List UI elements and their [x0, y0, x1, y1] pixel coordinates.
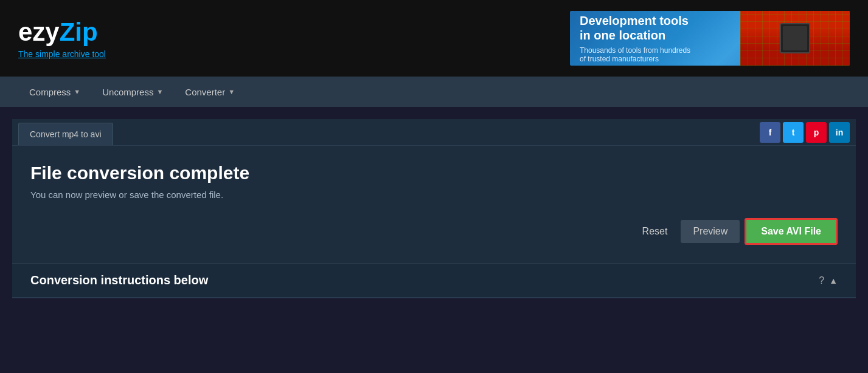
reset-button[interactable]: Reset [634, 221, 676, 242]
bottom-divider [12, 297, 856, 298]
tab-bar: Convert mp4 to avi f t p in [12, 119, 856, 146]
ad-image [740, 11, 850, 66]
instructions-bar: Conversion instructions below ? ▲ [12, 263, 856, 297]
save-avi-button[interactable]: Save AVI File [745, 218, 838, 245]
facebook-button[interactable]: f [760, 122, 780, 143]
ad-text: Development toolsin one location Thousan… [570, 11, 740, 66]
logo-zip: Zip [60, 18, 98, 46]
navigation: Compress ▼ Uncompress ▼ Converter ▼ [0, 77, 868, 107]
tagline-post: archive tool [60, 49, 105, 59]
chevron-up-icon[interactable]: ▲ [829, 276, 838, 286]
chip-icon [780, 23, 810, 53]
tagline-simple: simple [35, 49, 60, 59]
pinterest-button[interactable]: p [806, 122, 827, 143]
social-icons: f t p in [760, 122, 850, 143]
tab-label: Convert mp4 to avi [30, 129, 102, 139]
conversion-title: File conversion complete [30, 163, 838, 183]
nav-converter[interactable]: Converter ▼ [174, 78, 246, 106]
nav-compress-label: Compress [29, 87, 71, 97]
main-content: Convert mp4 to avi f t p in File convers… [12, 119, 856, 297]
facebook-icon: f [769, 128, 772, 137]
conversion-subtitle: You can now preview or save the converte… [30, 190, 838, 200]
nav-uncompress[interactable]: Uncompress ▼ [91, 78, 174, 106]
nav-compress[interactable]: Compress ▼ [18, 78, 91, 106]
converter-arrow-icon: ▼ [228, 88, 235, 95]
instructions-controls: ? ▲ [819, 275, 838, 286]
twitter-button[interactable]: t [783, 122, 804, 143]
nav-converter-label: Converter [185, 87, 225, 97]
logo-text: ezyZip [18, 18, 106, 47]
nav-uncompress-label: Uncompress [102, 87, 153, 97]
twitter-icon: t [792, 128, 795, 137]
logo: ezyZip The simple archive tool [18, 18, 106, 59]
header: ezyZip The simple archive tool Developme… [0, 0, 868, 77]
linkedin-icon: in [836, 128, 843, 137]
logo-tagline: The simple archive tool [18, 49, 106, 59]
action-row: Reset Preview Save AVI File [30, 218, 838, 245]
pinterest-icon: p [814, 128, 819, 137]
conversion-card: File conversion complete You can now pre… [12, 146, 856, 263]
tab-convert-mp4-avi[interactable]: Convert mp4 to avi [18, 123, 113, 145]
preview-button[interactable]: Preview [681, 220, 740, 243]
ad-banner[interactable]: Development toolsin one location Thousan… [570, 11, 850, 66]
linkedin-button[interactable]: in [829, 122, 850, 143]
compress-arrow-icon: ▼ [74, 88, 80, 95]
uncompress-arrow-icon: ▼ [156, 88, 163, 95]
ad-subtitle: Thousands of tools from hundredsof trust… [580, 46, 731, 63]
logo-ezy: ezy [18, 18, 60, 46]
instructions-title: Conversion instructions below [30, 273, 208, 287]
tagline-pre: The [18, 49, 35, 59]
ad-title: Development toolsin one location [580, 13, 731, 43]
help-icon[interactable]: ? [819, 275, 824, 286]
